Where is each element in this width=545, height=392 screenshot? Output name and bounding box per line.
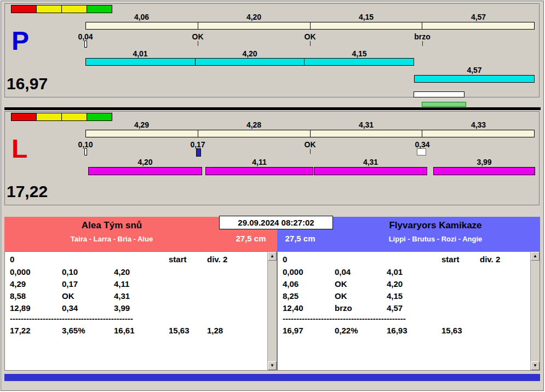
cumulative-cell: 12,89 [10, 303, 62, 313]
lane-l-run-bar-segment: 4,20 [88, 167, 202, 175]
reference-cell: 15,63 [441, 326, 480, 335]
header-cell: start [169, 255, 207, 264]
start-cell: OK [335, 291, 387, 301]
lane-l-run-bar-segment: 3,99 [433, 167, 535, 175]
split-cell: 4,20 [387, 279, 441, 289]
start-mark: 0,17 [190, 140, 205, 149]
start-cell: 0,04 [335, 267, 387, 276]
split-label: 4,57 [422, 13, 535, 21]
table-row: 12,40 brzo 4,57 [283, 303, 524, 313]
net-time-cell: 16,61 [114, 326, 169, 335]
run-split-label: 4,20 [195, 49, 305, 58]
datetime-display: 29.09.2024 08:27:02 [219, 216, 333, 229]
split-label: 4,29 [85, 120, 198, 129]
start-light-yellow-2 [61, 113, 87, 121]
scroll-down-icon: ▼ [533, 363, 537, 368]
lane-p-split-bar [85, 22, 535, 30]
team-left-dogs: Taira - Larra - Bria - Alue [4, 235, 219, 243]
net-time-cell: 16,93 [387, 326, 441, 335]
header-cell: div. 2 [480, 255, 524, 264]
table-row: 8,58 OK 4,31 [10, 291, 251, 301]
scroll-up-button[interactable]: ▲ [531, 252, 540, 261]
table-row: 0,000 0,04 4,01 [283, 267, 524, 276]
scrollbar[interactable]: ▲ ▼ [530, 252, 540, 370]
lane-p-run-bar [85, 58, 414, 66]
cumulative-cell: 4,29 [10, 279, 62, 289]
table-row: 0,000 0,10 4,20 [10, 267, 251, 276]
lane-p-pending-bar [414, 91, 464, 97]
split-cell: 4,15 [387, 291, 441, 301]
lane-l-split-bar [85, 130, 535, 137]
header-cell: 0 [283, 255, 335, 264]
table-row: 12,89 0,34 3,99 [10, 303, 251, 313]
start-mark: brzo [414, 32, 431, 41]
cumulative-cell: 0,000 [10, 267, 62, 276]
split-cell: 4,11 [114, 279, 169, 289]
scroll-up-icon: ▲ [270, 253, 274, 258]
reference-cell: 15,63 [169, 326, 207, 335]
start-lights [12, 113, 112, 121]
start-fault-marker [84, 41, 87, 48]
table-row: 8,25 OK 4,15 [283, 291, 524, 301]
run-split-label: 4,15 [305, 49, 414, 58]
table-header-row: 0 start div. 2 [283, 255, 524, 264]
bottom-status-strip [4, 374, 540, 381]
split-cell: 4,57 [387, 303, 441, 313]
fault-marker-white [417, 148, 426, 155]
table-totals-row: 16,97 0,22% 16,93 15,63 [283, 326, 524, 335]
fault-marker-blue [196, 148, 201, 157]
start-light-yellow-1 [36, 5, 62, 13]
lane-l-run-bar-segment: 4,11 [205, 167, 313, 175]
start-light-red [11, 5, 37, 13]
tick-mark [310, 41, 311, 46]
table-divider: ----------------------------------------… [283, 314, 406, 323]
late-split-label: 4,57 [414, 66, 535, 74]
start-cell: brzo [335, 303, 387, 313]
start-cell: 0,34 [62, 303, 114, 313]
total-time-cell: 16,97 [283, 326, 335, 335]
team-right-name: Flyvaryors Kamikaze [331, 220, 540, 231]
start-cell: OK [335, 279, 387, 289]
split-label: 4,15 [310, 13, 422, 21]
run-split-label: 3,99 [434, 158, 535, 166]
split-label: 4,20 [198, 13, 310, 21]
team-right-jump-height: 27,5 cm [279, 234, 321, 243]
lane-l-panel: 4,29 4,28 4,31 4,33 0,10 0,17 OK 0,34 4,… [4, 111, 540, 205]
scroll-down-button[interactable]: ▼ [268, 361, 277, 370]
team-right-results-table: 0 start div. 2 0,000 0,04 4,01 4,06 OK 4… [277, 251, 540, 371]
total-time-cell: 17,22 [10, 326, 62, 335]
lane-p-letter: P [12, 28, 29, 54]
diff-cell: 1,28 [207, 326, 251, 335]
scrollbar[interactable]: ▲ ▼ [267, 252, 277, 370]
lane-p-ideal-splits: 4,06 4,20 4,15 4,57 [85, 13, 535, 21]
lane-p-total-time: 16,97 [7, 76, 48, 92]
start-light-yellow-2 [61, 5, 87, 13]
tick-mark [422, 41, 423, 46]
lane-l-ideal-splits: 4,29 4,28 4,31 4,33 [85, 120, 535, 129]
table-row: 4,06 OK 4,20 [283, 279, 524, 289]
cumulative-cell: 4,06 [283, 279, 335, 289]
start-mark: OK [305, 140, 316, 149]
header-cell: 0 [10, 255, 62, 264]
table-totals-row: 17,22 3,65% 16,61 15,63 1,28 [10, 326, 251, 335]
scroll-up-button[interactable]: ▲ [268, 252, 277, 261]
scroll-down-button[interactable]: ▼ [531, 361, 540, 370]
timing-app-window: 4,06 4,20 4,15 4,57 0,04 OK OK brzo 4,01… [1, 1, 544, 391]
cumulative-cell: 8,58 [10, 291, 62, 301]
lane-l-run-bar-segment: 4,31 [314, 167, 427, 175]
start-fault-marker [84, 148, 87, 155]
start-light-green [87, 5, 112, 13]
split-cell: 4,01 [387, 267, 441, 276]
diff-cell [480, 326, 524, 335]
split-label: 4,33 [422, 120, 535, 129]
start-light-yellow-1 [36, 113, 62, 121]
cumulative-cell: 0,000 [283, 267, 335, 276]
lane-p-panel: 4,06 4,20 4,15 4,57 0,04 OK OK brzo 4,01… [4, 3, 540, 97]
cumulative-cell: 12,40 [283, 303, 335, 313]
progress-green-bar [422, 102, 466, 107]
table-row: 4,29 0,17 4,11 [10, 279, 251, 289]
split-cell: 4,20 [114, 267, 169, 276]
team-left-jump-height: 27,5 cm [225, 234, 277, 243]
lane-p-run-splits: 4,01 4,20 4,15 [85, 49, 414, 58]
scroll-up-icon: ▲ [533, 253, 537, 258]
